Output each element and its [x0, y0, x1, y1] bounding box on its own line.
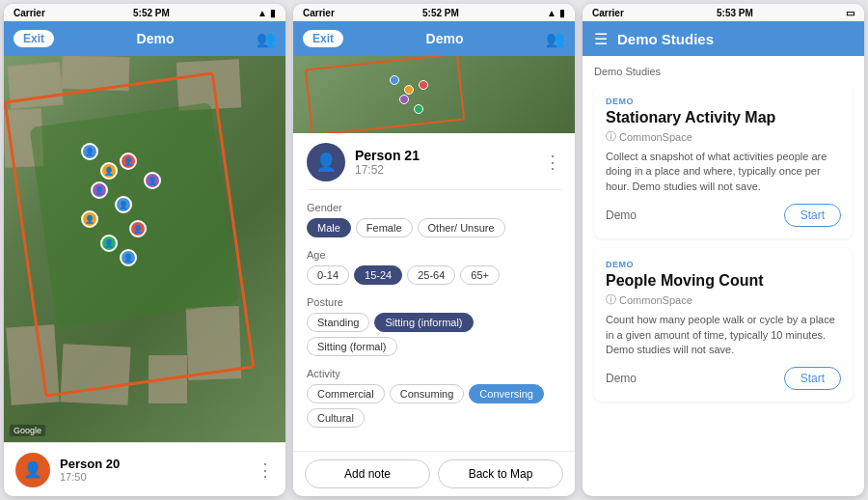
carrier-1: Carrier: [14, 8, 45, 18]
study-demo-label-1: Demo: [606, 208, 637, 222]
wifi-icon-2: ▲: [547, 8, 556, 18]
gender-chips: Male Female Other/ Unsure: [307, 218, 561, 237]
form-person-name: Person 21: [355, 148, 534, 163]
chip-25-64[interactable]: 25-64: [407, 265, 455, 285]
gender-section: Gender Male Female Other/ Unsure: [307, 202, 561, 237]
map-phone: Carrier 5:52 PM ▲ ▮ Exit Demo 👥 👤: [4, 4, 285, 496]
map-pin-5[interactable]: 👤: [115, 196, 132, 213]
start-button-2[interactable]: Start: [784, 367, 841, 390]
time-2: 5:52 PM: [422, 8, 459, 18]
map-pin-3[interactable]: 👤: [120, 153, 137, 170]
study-title-2: People Moving Count: [606, 272, 841, 290]
chip-15-24[interactable]: 15-24: [354, 265, 402, 285]
study-source-text-1: CommonSpace: [619, 131, 692, 143]
chip-sitting-formal[interactable]: Sitting (formal): [307, 337, 397, 356]
map-pin-10[interactable]: 👤: [120, 249, 137, 266]
form-scroll-area[interactable]: 👤 Person 21 17:52 ⋮ Gender Male Female O…: [293, 133, 575, 451]
nav-title-2: Demo: [426, 31, 464, 46]
map-background: 👤 👤 👤 👤 👤 👤 👤 👤 👤 👤 Google: [4, 56, 285, 442]
chip-standing[interactable]: Standing: [307, 313, 369, 332]
chip-other-unsure[interactable]: Other/ Unsure: [418, 218, 505, 237]
chip-0-14[interactable]: 0-14: [307, 265, 349, 285]
study-source-text-2: CommonSpace: [619, 294, 692, 306]
hamburger-icon[interactable]: ☰: [594, 30, 608, 48]
study-card-1: DEMO Stationary Activity Map ⓘ CommonSpa…: [594, 85, 853, 238]
status-bar-2: Carrier 5:52 PM ▲ ▮: [293, 4, 575, 21]
form-header: 👤 Person 21 17:52 ⋮: [307, 143, 561, 190]
form-person-time: 17:52: [355, 163, 534, 177]
chip-conversing[interactable]: Conversing: [469, 384, 544, 403]
add-note-button[interactable]: Add note: [305, 459, 430, 488]
age-label: Age: [307, 249, 561, 261]
study-source-2: ⓘ CommonSpace: [606, 292, 841, 307]
posture-section: Posture Standing Sitting (informal) Sitt…: [307, 296, 561, 356]
map-thumb-rect: [305, 56, 465, 133]
age-chips: 0-14 15-24 25-64 65+: [307, 265, 561, 285]
status-bar-1: Carrier 5:52 PM ▲ ▮: [4, 4, 285, 21]
info-icon-2: ⓘ: [606, 292, 616, 307]
chip-consuming[interactable]: Consuming: [390, 384, 465, 403]
chip-commercial[interactable]: Commercial: [307, 384, 385, 403]
person-info-1: Person 20 17:50: [60, 457, 247, 483]
studies-phone: Carrier 5:53 PM ▭ ☰ Demo Studies Demo St…: [583, 4, 864, 496]
posture-label: Posture: [307, 296, 561, 308]
time-3: 5:53 PM: [717, 8, 753, 18]
study-desc-2: Count how many people walk or cycle by a…: [606, 313, 841, 357]
activity-section: Activity Commercial Consuming Conversing…: [307, 368, 561, 428]
study-badge-2: DEMO: [606, 260, 841, 269]
map-pin-2[interactable]: 👤: [100, 162, 118, 180]
exit-button-2[interactable]: Exit: [303, 30, 343, 47]
gender-label: Gender: [307, 202, 561, 213]
form-footer: Add note Back to Map: [293, 451, 575, 496]
people-icon-2[interactable]: 👥: [546, 30, 565, 48]
study-desc-1: Collect a snapshot of what activities pe…: [606, 150, 841, 194]
map-pin-4[interactable]: 👤: [91, 181, 108, 199]
chip-male[interactable]: Male: [307, 218, 351, 237]
status-icons-3: ▭: [846, 8, 854, 18]
study-footer-1: Demo Start: [606, 204, 841, 227]
carrier-2: Carrier: [303, 8, 335, 18]
chip-cultural[interactable]: Cultural: [307, 408, 365, 428]
studies-content[interactable]: Demo Studies DEMO Stationary Activity Ma…: [583, 56, 864, 496]
study-title-1: Stationary Activity Map: [606, 109, 841, 126]
nav-title-1: Demo: [137, 31, 175, 46]
status-icons-2: ▲ ▮: [547, 8, 565, 18]
age-section: Age 0-14 15-24 25-64 65+: [307, 249, 561, 285]
map-area[interactable]: 👤 👤 👤 👤 👤 👤 👤 👤 👤 👤 Google: [4, 56, 285, 442]
map-pin-9[interactable]: 👤: [144, 172, 161, 189]
map-pin-8[interactable]: 👤: [100, 235, 118, 252]
battery-icon-1: ▮: [270, 8, 276, 18]
back-to-map-button[interactable]: Back to Map: [438, 459, 563, 488]
chip-female[interactable]: Female: [356, 218, 413, 237]
form-avatar: 👤: [307, 143, 345, 181]
studies-nav-title: Demo Studies: [617, 31, 714, 47]
chip-sitting-informal[interactable]: Sitting (informal): [374, 313, 473, 332]
people-icon-1[interactable]: 👥: [257, 30, 276, 48]
exit-button-1[interactable]: Exit: [14, 30, 54, 47]
more-button-1[interactable]: ⋮: [257, 459, 274, 481]
map-boundary-rect: [4, 71, 256, 398]
person-name-1: Person 20: [60, 457, 247, 471]
google-label: Google: [10, 425, 45, 436]
battery-icon-2: ▮: [559, 8, 565, 18]
status-icons-1: ▲ ▮: [258, 8, 276, 18]
more-button-2[interactable]: ⋮: [544, 152, 561, 173]
status-bar-3: Carrier 5:53 PM ▭: [583, 4, 864, 21]
study-demo-label-2: Demo: [606, 372, 637, 385]
info-icon-1: ⓘ: [606, 129, 616, 144]
studies-section-label: Demo Studies: [594, 66, 853, 77]
form-person-info: Person 21 17:52: [355, 148, 534, 177]
map-pin-6[interactable]: 👤: [81, 210, 98, 228]
chip-65plus[interactable]: 65+: [460, 265, 500, 285]
time-1: 5:52 PM: [133, 8, 170, 18]
activity-label: Activity: [307, 368, 561, 379]
battery-icon-3: ▭: [846, 8, 854, 18]
map-pin-1[interactable]: 👤: [81, 143, 98, 160]
nav-bar-2: Exit Demo 👥: [293, 21, 575, 56]
carrier-3: Carrier: [592, 8, 624, 18]
start-button-1[interactable]: Start: [784, 204, 841, 227]
posture-chips: Standing Sitting (informal) Sitting (for…: [307, 313, 561, 356]
nav-bar-1: Exit Demo 👥: [4, 21, 285, 56]
map-pin-7[interactable]: 👤: [129, 220, 147, 237]
study-footer-2: Demo Start: [606, 367, 841, 390]
